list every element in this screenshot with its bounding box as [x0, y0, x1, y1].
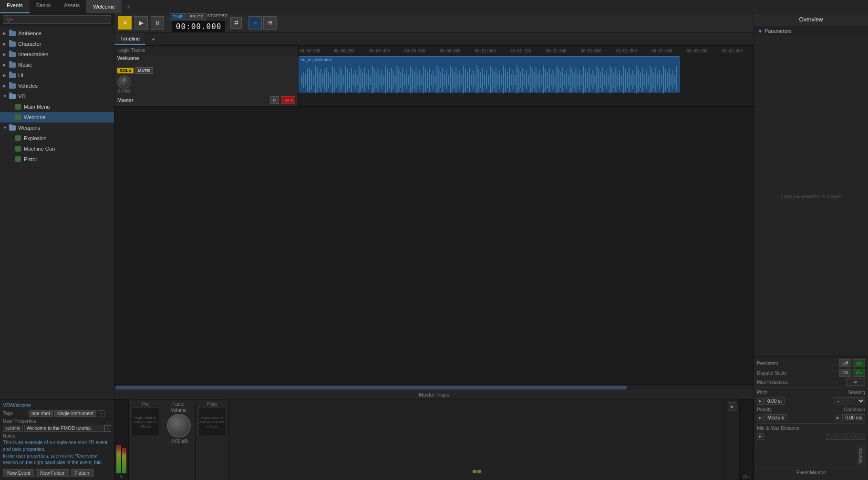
priority-play-btn[interactable]: ▶	[757, 415, 764, 421]
tab-banks[interactable]: Banks	[30, 0, 58, 13]
max-distance-value[interactable]: -	[846, 433, 865, 440]
params-expand-icon[interactable]: ▼	[758, 29, 763, 34]
svg-rect-117	[499, 70, 500, 89]
master-mute-button[interactable]: M	[270, 96, 279, 104]
tag-single-instrument[interactable]: single-instrument	[54, 410, 96, 417]
svg-rect-69	[408, 75, 409, 85]
svg-rect-92	[452, 69, 453, 91]
tab-timeline[interactable]: Timeline	[114, 32, 146, 45]
mixer-right-vu: Out	[739, 399, 754, 480]
time-mode-beats[interactable]: BEATS	[187, 13, 207, 20]
svg-rect-205	[667, 72, 668, 88]
priority-value[interactable]: Medium	[765, 414, 787, 421]
svg-rect-61	[393, 70, 394, 89]
time-mode-time[interactable]: TIME	[170, 13, 186, 20]
search-input[interactable]	[3, 15, 111, 24]
svg-rect-136	[536, 68, 537, 92]
tag-info-icon[interactable]: i	[98, 410, 104, 417]
loop-button[interactable]: ⇄	[230, 17, 242, 29]
pre-insert-box[interactable]: Right-click to add pre-fader effects	[132, 408, 159, 436]
svg-rect-179	[617, 74, 618, 85]
svg-rect-34	[341, 70, 342, 89]
sidebar-item-main-menu[interactable]: Main Menu	[0, 102, 114, 112]
empty-track-area[interactable]	[114, 107, 754, 384]
sidebar-item-ambience[interactable]: ▶ Ambience	[0, 28, 114, 39]
timeline-scrollbar[interactable]	[114, 384, 754, 390]
svg-rect-155	[572, 69, 573, 91]
svg-rect-158	[578, 74, 579, 85]
welcome-track-content[interactable]: vo_en_welcome	[299, 55, 754, 93]
svg-rect-41	[355, 70, 356, 89]
persistent-on-btn[interactable]: On	[853, 359, 865, 367]
folder-icon-character	[9, 40, 16, 48]
sidebar-item-machine-gun[interactable]: Machine Gun	[0, 143, 114, 154]
persistent-off-btn[interactable]: Off	[839, 359, 851, 367]
svg-rect-80	[429, 68, 430, 92]
svg-rect-121	[507, 72, 508, 88]
svg-rect-62	[394, 75, 395, 85]
cooldown-play-btn[interactable]: ▶	[835, 415, 841, 421]
folder-icon-ambience	[9, 30, 16, 37]
tab-add-timeline[interactable]: +	[146, 32, 161, 45]
view-grid-button[interactable]: ⊞	[263, 16, 277, 30]
sidebar-item-character[interactable]: ▶ Character	[0, 39, 114, 49]
new-folder-button[interactable]: New Folder	[36, 469, 69, 477]
tab-add[interactable]: +	[122, 1, 135, 12]
min-distance-value[interactable]: -	[826, 433, 845, 440]
cooldown-value[interactable]: 0.00 ms	[842, 414, 865, 421]
sidebar-item-vehicles[interactable]: ▶ Vehicles	[0, 81, 114, 91]
notes-detail: In the user properties, seen in the "Ove…	[3, 453, 102, 465]
svg-rect-209	[674, 75, 675, 85]
pitch-stealing-values-row: ▶ 0.00 st - Oldest Quietest None	[757, 397, 865, 405]
tab-assets[interactable]: Assets	[57, 0, 86, 13]
scrollbar-thumb[interactable]	[115, 386, 627, 389]
svg-text:00:00:800: 00:00:800	[440, 49, 461, 53]
svg-rect-19	[313, 75, 314, 85]
folder-icon-music	[9, 61, 16, 69]
volume-knob[interactable]	[117, 75, 131, 89]
sidebar-item-explosion[interactable]: Explosion	[0, 133, 114, 143]
max-instances-value[interactable]: ∞	[846, 378, 865, 386]
solo-button[interactable]: SOLo	[117, 68, 134, 73]
macros-tab[interactable]: Macros	[857, 444, 865, 468]
sidebar-item-ui[interactable]: ▶ UI	[0, 70, 114, 81]
user-prop-info-icon[interactable]: i	[104, 425, 111, 432]
sidebar-item-interactables[interactable]: ▶ Interactables	[0, 49, 114, 60]
doppler-on-btn[interactable]: On	[853, 369, 865, 377]
mute-button[interactable]: MUTE	[135, 67, 153, 74]
tag-one-shot[interactable]: one-shot	[29, 410, 53, 417]
pitch-play-btn[interactable]: ▶	[757, 398, 764, 405]
distance-play-btn[interactable]: ▶	[757, 433, 764, 440]
user-prop-key: subtitle	[3, 425, 23, 432]
post-insert-box[interactable]: Right-click to add post-fader effects	[198, 408, 226, 436]
master-level-display[interactable]: -34.9	[281, 96, 295, 104]
audio-clip-welcome[interactable]: vo_en_welcome	[299, 56, 680, 92]
stop-button[interactable]: ■	[118, 16, 132, 30]
view-list-button[interactable]: ≡	[248, 16, 262, 30]
new-event-button[interactable]: New Event	[3, 469, 34, 477]
play-button[interactable]: ▶	[134, 16, 148, 30]
flatten-button[interactable]: Flatten	[71, 469, 94, 477]
welcome-track-name: Welcome	[117, 55, 139, 66]
tab-welcome[interactable]: Welcome	[86, 0, 122, 13]
svg-rect-31	[336, 72, 337, 88]
svg-rect-115	[496, 68, 496, 92]
svg-rect-72	[413, 72, 414, 88]
sidebar-item-weapons[interactable]: ▼ Weapons	[0, 123, 114, 133]
sidebar-item-pistol[interactable]: Pistol	[0, 154, 114, 164]
svg-rect-99	[465, 69, 466, 91]
stealing-select[interactable]: - Oldest Quietest None	[834, 397, 865, 405]
preview-play-button[interactable]: ▶	[728, 402, 736, 411]
pause-button[interactable]: ⏸	[151, 16, 164, 30]
fader-knob[interactable]	[167, 414, 191, 438]
sidebar-item-welcome[interactable]: Welcome	[0, 112, 114, 123]
tab-events[interactable]: Events	[0, 0, 30, 13]
sidebar-item-vo[interactable]: ▼ VO	[0, 91, 114, 102]
sidebar-item-music[interactable]: ▶ Music	[0, 60, 114, 70]
svg-rect-20	[315, 66, 316, 93]
svg-rect-139	[541, 75, 542, 85]
master-track-content[interactable]	[299, 93, 754, 106]
pitch-value[interactable]: 0.00 st	[765, 398, 785, 405]
svg-rect-126	[517, 66, 517, 93]
doppler-off-btn[interactable]: Off	[839, 369, 851, 377]
